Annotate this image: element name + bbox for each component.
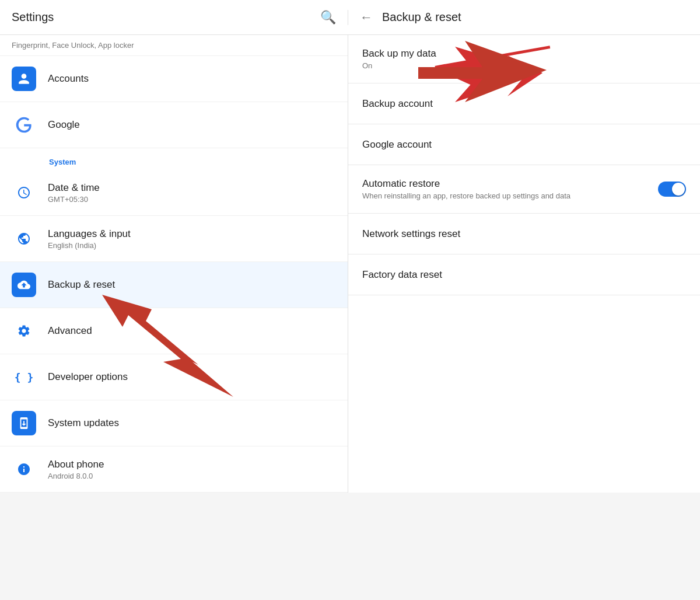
date-time-sub: GMT+05:30	[48, 195, 100, 204]
sidebar-item-advanced[interactable]: Advanced	[0, 308, 348, 354]
google-icon	[12, 113, 36, 137]
detail-panel-title: Backup & reset	[382, 11, 461, 24]
accounts-title: Accounts	[48, 73, 89, 85]
backup-account-text: Backup account	[362, 98, 433, 110]
sidebar-item-date-time[interactable]: Date & time GMT+05:30	[0, 170, 348, 216]
detail-item-back-up-data[interactable]: Back up my data On	[348, 35, 700, 83]
back-button[interactable]: ←	[360, 10, 373, 25]
sidebar-item-google[interactable]: Google	[0, 102, 348, 148]
automatic-restore-title: Automatic restore	[362, 178, 570, 190]
network-reset-text: Network settings reset	[362, 228, 460, 240]
back-up-data-sub: On	[362, 61, 436, 70]
detail-item-google-account[interactable]: Google account	[348, 124, 700, 165]
accounts-icon	[12, 67, 36, 91]
system-update-icon	[12, 411, 36, 435]
detail-item-factory-reset[interactable]: Factory data reset	[348, 254, 700, 295]
languages-sub: English (India)	[48, 241, 131, 250]
date-time-title: Date & time	[48, 182, 100, 194]
top-bar-right: ← Backup & reset	[348, 10, 700, 25]
sidebar: Fingerprint, Face Unlock, App locker Acc…	[0, 35, 348, 493]
clock-icon	[12, 180, 36, 205]
automatic-restore-sub: When reinstalling an app, restore backed…	[362, 191, 570, 200]
developer-text: Developer options	[48, 371, 128, 383]
detail-panel: Back up my data On Backup account Google…	[348, 35, 700, 493]
system-updates-title: System updates	[48, 417, 119, 429]
google-account-title: Google account	[362, 139, 432, 151]
main-content: Fingerprint, Face Unlock, App locker Acc…	[0, 35, 700, 493]
sidebar-top-label: Fingerprint, Face Unlock, App locker	[0, 35, 348, 56]
automatic-restore-toggle[interactable]	[658, 182, 686, 197]
advanced-title: Advanced	[48, 325, 92, 337]
developer-icon: { }	[12, 365, 36, 389]
sidebar-item-languages[interactable]: Languages & input English (India)	[0, 216, 348, 262]
info-icon	[12, 457, 36, 482]
sidebar-item-about[interactable]: About phone Android 8.0.0	[0, 446, 348, 493]
sidebar-item-system-updates[interactable]: System updates	[0, 400, 348, 446]
sidebar-item-developer[interactable]: { } Developer options	[0, 354, 348, 400]
backup-reset-text: Backup & reset	[48, 279, 115, 291]
languages-title: Languages & input	[48, 228, 131, 240]
about-text: About phone Android 8.0.0	[48, 459, 104, 480]
languages-text: Languages & input English (India)	[48, 228, 131, 250]
backup-account-title: Backup account	[362, 98, 433, 110]
sidebar-item-backup-reset[interactable]: Backup & reset	[0, 262, 348, 308]
factory-reset-title: Factory data reset	[362, 269, 442, 281]
backup-reset-title: Backup & reset	[48, 279, 115, 291]
date-time-text: Date & time GMT+05:30	[48, 182, 100, 204]
google-account-text: Google account	[362, 139, 432, 151]
backup-icon	[12, 273, 36, 297]
detail-item-backup-account[interactable]: Backup account	[348, 83, 700, 124]
about-title: About phone	[48, 459, 104, 470]
back-up-data-text: Back up my data On	[362, 48, 436, 70]
accounts-text: Accounts	[48, 73, 89, 85]
automatic-restore-text: Automatic restore When reinstalling an a…	[362, 178, 570, 200]
search-icon[interactable]: 🔍	[320, 10, 336, 25]
factory-reset-text: Factory data reset	[362, 269, 442, 281]
developer-title: Developer options	[48, 371, 128, 383]
detail-item-network-reset[interactable]: Network settings reset	[348, 214, 700, 254]
settings-title: Settings	[12, 11, 54, 24]
about-sub: Android 8.0.0	[48, 472, 104, 480]
system-section-label: System	[0, 148, 348, 170]
google-title: Google	[48, 119, 80, 131]
gear-icon	[12, 319, 36, 343]
detail-item-automatic-restore[interactable]: Automatic restore When reinstalling an a…	[348, 165, 700, 214]
system-updates-text: System updates	[48, 417, 119, 429]
advanced-text: Advanced	[48, 325, 92, 337]
network-reset-title: Network settings reset	[362, 228, 460, 240]
sidebar-item-accounts[interactable]: Accounts	[0, 56, 348, 102]
back-up-data-title: Back up my data	[362, 48, 436, 60]
top-bar: Settings 🔍 ← Backup & reset	[0, 0, 700, 35]
google-text: Google	[48, 119, 80, 131]
top-bar-left: Settings 🔍	[0, 10, 348, 25]
globe-icon	[12, 226, 36, 251]
